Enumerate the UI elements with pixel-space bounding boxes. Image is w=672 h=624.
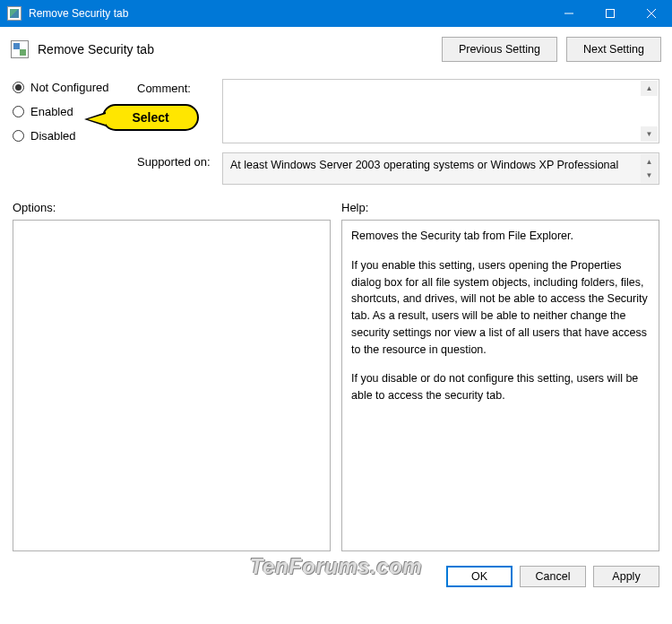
help-paragraph: If you enable this setting, users openin…	[351, 257, 650, 359]
next-setting-button[interactable]: Next Setting	[566, 37, 661, 62]
radio-not-configured[interactable]: Not Configured	[13, 81, 125, 94]
help-paragraph: Removes the Security tab from File Explo…	[351, 228, 650, 245]
footer: OK Cancel Apply	[0, 557, 672, 596]
policy-heading: Remove Security tab	[38, 42, 433, 56]
supported-label: Supported on:	[137, 152, 213, 185]
help-paragraph: If you disable or do not configure this …	[351, 370, 650, 404]
select-callout: Select	[102, 104, 199, 131]
supported-row: Supported on: At least Windows Server 20…	[137, 152, 659, 185]
radio-label: Disabled	[30, 129, 76, 143]
radio-icon	[13, 82, 24, 93]
titlebar: Remove Security tab	[0, 0, 672, 27]
comment-textarea[interactable]: ▲ ▼	[222, 79, 659, 143]
radio-icon	[13, 130, 24, 142]
window-controls	[548, 0, 672, 27]
fields: Comment: ▲ ▼ Supported on: At least Wind…	[137, 79, 659, 185]
previous-setting-button[interactable]: Previous Setting	[442, 37, 557, 62]
ok-button[interactable]: OK	[446, 566, 513, 587]
radio-icon	[13, 106, 24, 117]
help-column: Help: Removes the Security tab from File…	[341, 201, 659, 551]
app-icon	[7, 6, 22, 21]
lower-panels: Options: Help: Removes the Security tab …	[0, 195, 672, 557]
policy-icon	[11, 40, 29, 58]
options-box	[13, 220, 331, 551]
comment-row: Comment: ▲ ▼	[137, 79, 659, 143]
help-box: Removes the Security tab from File Explo…	[341, 220, 659, 551]
radio-label: Enabled	[30, 105, 73, 118]
radio-disabled[interactable]: Disabled	[13, 129, 125, 143]
close-button[interactable]	[631, 0, 672, 27]
minimize-button[interactable]	[548, 0, 590, 27]
window-title: Remove Security tab	[29, 7, 548, 20]
apply-button[interactable]: Apply	[593, 566, 659, 587]
supported-value: At least Windows Server 2003 operating s…	[230, 159, 618, 171]
config-area: Not Configured Enabled Disabled Select C…	[0, 72, 672, 195]
scroll-down-icon[interactable]: ▼	[641, 126, 658, 142]
radio-label: Not Configured	[30, 81, 108, 94]
options-label: Options:	[13, 201, 331, 214]
options-column: Options:	[13, 201, 331, 551]
state-radios: Not Configured Enabled Disabled Select	[13, 79, 125, 185]
toolbar: Remove Security tab Previous Setting Nex…	[0, 27, 672, 72]
maximize-button[interactable]	[590, 0, 631, 27]
help-label: Help:	[341, 201, 659, 214]
scroll-down-icon[interactable]: ▼	[641, 168, 658, 183]
svg-rect-1	[607, 10, 615, 18]
cancel-button[interactable]: Cancel	[520, 566, 586, 587]
scroll-up-icon[interactable]: ▲	[641, 81, 658, 96]
supported-box: At least Windows Server 2003 operating s…	[222, 152, 659, 185]
